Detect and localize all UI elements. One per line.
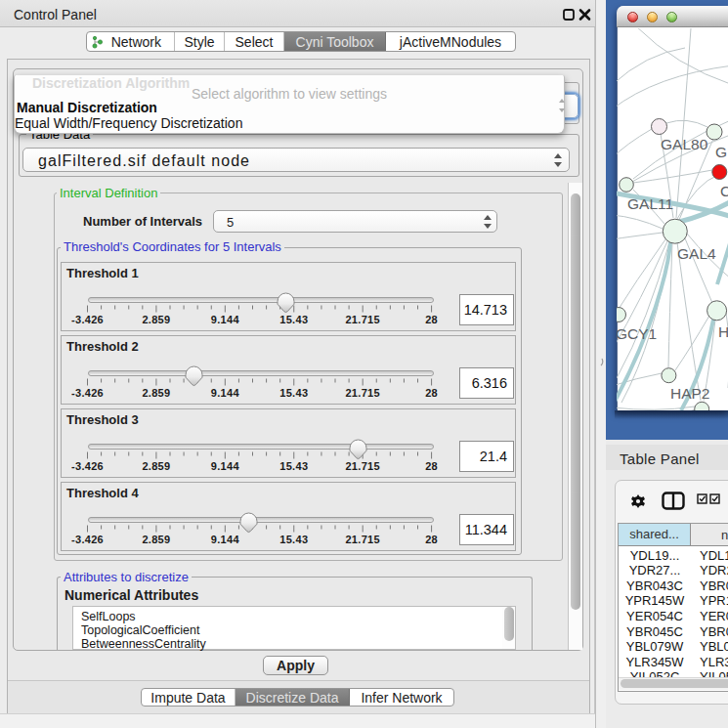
svg-text:GAL80: GAL80 xyxy=(661,136,708,152)
svg-text:GAL11: GAL11 xyxy=(627,195,673,212)
svg-text:H: H xyxy=(718,323,728,340)
svg-text:GAL4: GAL4 xyxy=(677,245,716,262)
svg-text:HAP2: HAP2 xyxy=(670,385,710,402)
svg-text:C: C xyxy=(720,183,728,199)
svg-text:GCY1: GCY1 xyxy=(617,325,657,342)
svg-text:G: G xyxy=(715,144,727,160)
